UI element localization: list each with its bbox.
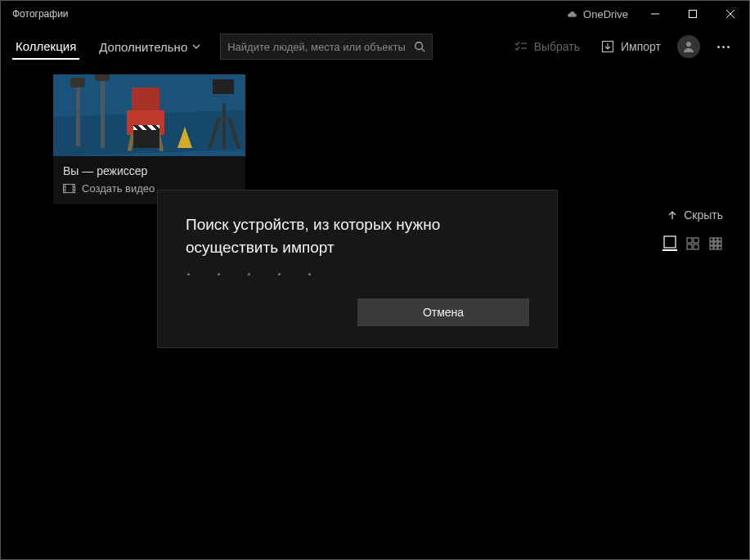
app-window: Фотографии OneDrive Коллекция Дополнител… [0,0,750,560]
window-controls [636,1,749,27]
hide-panel-button[interactable]: Скрыть [667,208,723,222]
onedrive-label: OneDrive [583,8,628,20]
svg-rect-21 [694,238,698,243]
account-avatar[interactable] [677,35,700,58]
hide-label: Скрыть [684,208,723,222]
content-area: Вы — режиссер Создать видео [1,66,749,204]
svg-line-5 [422,49,425,52]
svg-rect-23 [694,244,698,249]
svg-rect-20 [687,238,692,243]
import-devices-dialog: Поиск устройств, из которых нужно осущес… [157,190,558,348]
onedrive-status[interactable]: OneDrive [565,8,628,20]
ellipsis-icon [717,46,730,48]
square-icon [663,235,676,249]
view-grid-2x2[interactable] [685,236,700,251]
checklist-icon [514,40,528,53]
view-grid-3x3[interactable] [708,236,723,251]
search-input[interactable] [227,41,414,53]
tab-more-label: Дополнительно [99,40,187,54]
tab-collection[interactable]: Коллекция [12,34,79,60]
cancel-button[interactable]: Отмена [357,298,529,326]
minimize-button[interactable] [636,1,674,27]
svg-point-4 [415,43,423,50]
dialog-title: Поиск устройств, из которых нужно осущес… [186,213,529,258]
maximize-button[interactable] [674,1,712,27]
titlebar: Фотографии OneDrive [1,1,749,27]
window-title: Фотографии [12,8,69,20]
search-icon[interactable] [414,41,425,52]
progress-indicator [187,273,529,276]
view-toggle [662,236,723,251]
close-button[interactable] [712,1,749,27]
video-editor-card[interactable]: Вы — режиссер Создать видео [53,74,245,204]
select-button: Выбрать [506,35,588,58]
svg-rect-26 [718,238,721,241]
toolbar: Коллекция Дополнительно Выбрать Импорт [1,27,749,66]
svg-rect-1 [689,11,697,18]
search-box[interactable] [220,34,433,60]
view-single[interactable] [662,236,677,251]
arrow-up-icon [667,210,677,220]
import-icon [601,40,614,53]
cloud-icon [565,10,578,19]
svg-rect-28 [714,242,717,245]
side-controls: Скрыть [662,208,723,251]
card-illustration [53,74,245,156]
svg-rect-27 [710,242,713,245]
import-button[interactable]: Импорт [593,35,669,58]
card-action-label: Создать видео [82,182,155,195]
select-label: Выбрать [534,40,580,53]
more-options-button[interactable] [708,32,738,61]
svg-point-10 [686,42,691,47]
svg-rect-24 [710,238,713,241]
grid-3x3-icon [709,237,722,250]
grid-2x2-icon [686,237,699,250]
svg-rect-32 [718,246,721,249]
svg-rect-29 [718,242,721,245]
svg-rect-31 [714,246,717,249]
import-label: Импорт [621,40,661,53]
svg-rect-22 [687,244,692,249]
chevron-down-icon [192,44,200,49]
svg-rect-25 [714,238,717,241]
card-title: Вы — режиссер [63,164,236,177]
svg-rect-30 [710,246,713,249]
film-icon [63,183,75,194]
svg-rect-19 [664,236,676,248]
tab-more[interactable]: Дополнительно [96,35,204,59]
person-icon [682,40,695,53]
